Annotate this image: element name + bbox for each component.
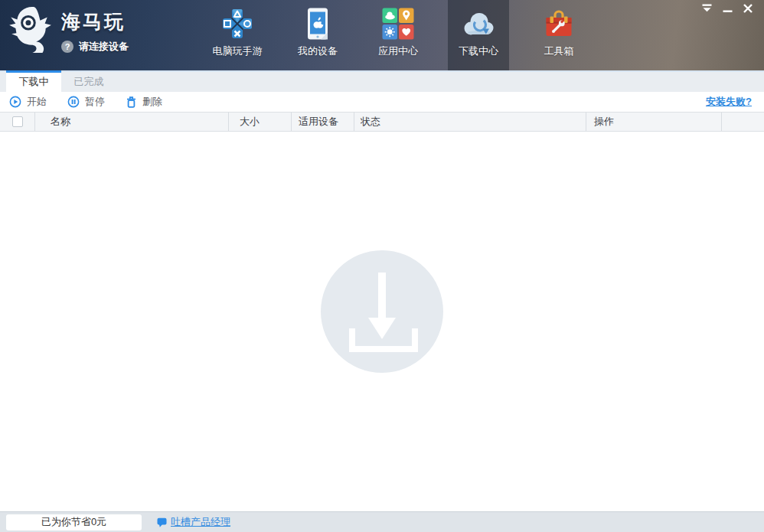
download-table-header: 名称 大小 适用设备 状态 操作 — [0, 112, 764, 132]
tab-completed[interactable]: 已完成 — [61, 72, 116, 92]
status-bar: 已为你节省0元 吐槽产品经理 — [0, 511, 764, 532]
cloud-download-icon — [462, 7, 495, 41]
app-title: 海马玩 — [61, 9, 129, 34]
minimize-button[interactable] — [720, 3, 734, 14]
download-toolbar: 开始 暂停 删除 安装失败? — [0, 92, 764, 112]
toolbox-icon — [542, 7, 576, 41]
column-action: 操作 — [586, 113, 721, 131]
column-name: 名称 — [34, 113, 228, 131]
delete-button[interactable]: 删除 — [126, 95, 162, 109]
logo-text: 海马玩 ? 请连接设备 — [61, 5, 129, 54]
column-device: 适用设备 — [291, 113, 354, 131]
window-controls — [700, 3, 755, 14]
app-header: 海马玩 ? 请连接设备 — [0, 0, 764, 70]
play-icon — [9, 96, 21, 108]
device-status: ? 请连接设备 — [61, 40, 129, 54]
download-list-area — [0, 132, 764, 511]
nav-item-toolbox[interactable]: 工具箱 — [528, 0, 589, 70]
download-tray-icon — [321, 250, 443, 373]
select-all-cell — [0, 113, 34, 131]
pause-icon — [67, 96, 80, 108]
select-all-checkbox[interactable] — [12, 116, 23, 127]
gamepad-icon — [220, 7, 254, 41]
minimize-icon — [722, 4, 733, 13]
trash-icon — [126, 96, 137, 108]
install-failed-link[interactable]: 安装失败? — [706, 95, 752, 109]
tab-downloading[interactable]: 下载中 — [6, 70, 61, 92]
close-button[interactable] — [741, 3, 755, 14]
column-size: 大小 — [228, 113, 291, 131]
delete-label: 删除 — [142, 95, 162, 109]
main-menu-button[interactable] — [700, 3, 713, 14]
app-grid-icon — [381, 7, 415, 41]
nav-label: 下载中心 — [459, 44, 498, 58]
app-window: 海马玩 ? 请连接设备 — [0, 0, 764, 532]
tab-bar: 下载中 已完成 — [0, 70, 764, 92]
device-status-text: 请连接设备 — [79, 40, 129, 54]
savings-badge: 已为你节省0元 — [6, 514, 142, 530]
nav-label: 工具箱 — [544, 44, 574, 58]
nav-item-my-devices[interactable]: 我的设备 — [287, 0, 348, 70]
empty-state — [321, 250, 443, 373]
pause-label: 暂停 — [85, 95, 105, 109]
nav-item-app-center[interactable]: 应用中心 — [367, 0, 429, 70]
start-label: 开始 — [27, 95, 47, 109]
nav-item-download-center[interactable]: 下载中心 — [448, 0, 509, 70]
feedback-link[interactable]: 吐槽产品经理 — [157, 515, 230, 529]
nav-label: 电脑玩手游 — [213, 44, 263, 58]
speech-bubble-icon — [157, 517, 167, 527]
nav-label: 我的设备 — [298, 44, 338, 58]
main-nav: 电脑玩手游 我的设备 — [207, 0, 609, 70]
close-icon — [743, 4, 753, 13]
main-menu-icon — [701, 4, 713, 13]
phone-apple-icon — [301, 7, 335, 41]
column-status: 状态 — [354, 113, 586, 131]
nav-label: 应用中心 — [378, 44, 418, 58]
help-icon[interactable]: ? — [61, 41, 73, 53]
feedback-label: 吐槽产品经理 — [171, 515, 230, 529]
column-filler — [721, 113, 764, 131]
pause-button[interactable]: 暂停 — [67, 95, 105, 109]
logo-block: 海马玩 ? 请连接设备 — [8, 5, 129, 54]
start-button[interactable]: 开始 — [9, 95, 47, 109]
seahorse-logo-icon — [8, 5, 52, 53]
nav-item-pc-play[interactable]: 电脑玩手游 — [207, 0, 268, 70]
